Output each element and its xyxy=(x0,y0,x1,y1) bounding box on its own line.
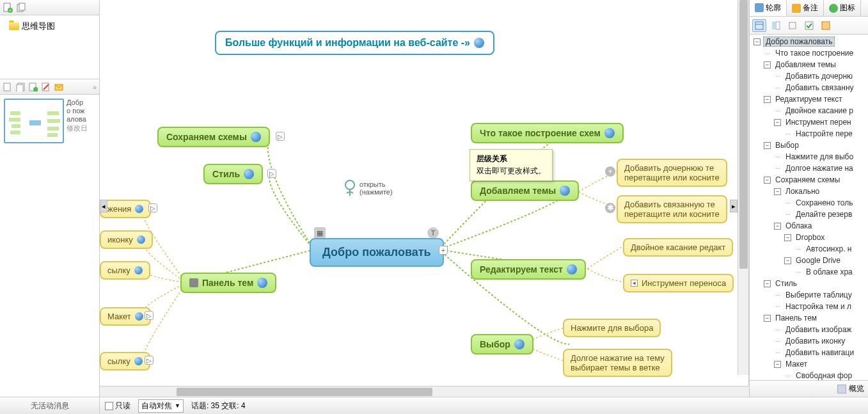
tab-notes[interactable]: 备注 xyxy=(787,0,824,16)
outline-label[interactable]: Добавить иконку xyxy=(784,337,847,346)
outline-row[interactable]: −Выбор xyxy=(750,139,868,151)
outline-row[interactable]: −Панель тем xyxy=(750,312,868,324)
outline-label[interactable]: Двойное касание р xyxy=(784,106,855,115)
node-yellow-3[interactable]: сылку xyxy=(100,261,150,280)
node-yellow-5[interactable]: сылку xyxy=(100,352,150,370)
new-doc-icon[interactable]: + xyxy=(3,3,13,13)
outline-row[interactable]: −Dropbox xyxy=(750,232,868,243)
node-long-press[interactable]: Долгое нажатие на темувыбирает темы в ве… xyxy=(563,349,672,377)
outline-label[interactable]: Добавляем темы xyxy=(773,60,838,69)
expand-save[interactable]: ▷ xyxy=(276,132,285,141)
outline-label[interactable]: Выберите таблицу xyxy=(784,291,854,299)
tree-toggle[interactable]: − xyxy=(764,142,771,149)
outline-row[interactable]: −Стиль xyxy=(750,278,868,289)
outline-row[interactable]: ⋯Свободная фор xyxy=(750,370,868,380)
outline-row[interactable]: ⋯Добавить дочерню xyxy=(750,70,868,82)
outline-label[interactable]: Автосинхр. н xyxy=(804,244,853,253)
outline-label[interactable]: Редактируем текст xyxy=(773,95,844,104)
outline-label[interactable]: Делайте резерв xyxy=(794,210,854,219)
outline-row[interactable]: ⋯Добавить иконку xyxy=(750,335,868,347)
outline-label[interactable]: Добавить навигаци xyxy=(784,348,856,357)
outline-label[interactable]: Выбор xyxy=(773,141,801,150)
outline-label[interactable]: Добавить изображ xyxy=(784,325,853,334)
tree-folder-mindmap[interactable]: 思维导图 xyxy=(3,19,97,33)
outline-row[interactable]: ⋯Настройка тем и л xyxy=(750,301,868,312)
thumb-tool-3[interactable] xyxy=(28,82,38,92)
copy-doc-icon[interactable] xyxy=(17,3,27,13)
outline-label[interactable]: Добавить связанну xyxy=(784,83,856,92)
node-panel[interactable]: Панель тем xyxy=(180,273,276,293)
outline-label[interactable]: Свободная фор xyxy=(794,371,854,380)
tree-toggle[interactable]: − xyxy=(764,96,771,103)
node-add-related[interactable]: ✱ Добавить связанную теперетащите или ко… xyxy=(617,195,727,223)
outline-row[interactable]: −Google Drive xyxy=(750,255,868,266)
center-node[interactable]: Добро пожаловать xyxy=(310,238,444,267)
outline-row[interactable]: ⋯Автосинхр. н xyxy=(750,243,868,255)
outline-label[interactable]: Настройка тем и л xyxy=(784,302,853,311)
outline-row[interactable]: ⋯Сохранено толь xyxy=(750,197,868,209)
tree-toggle[interactable]: − xyxy=(774,188,781,195)
outline-row[interactable]: ⋯Выберите таблицу xyxy=(750,289,868,301)
node-double-tap[interactable]: Двойное касание редакт xyxy=(623,238,733,257)
outline-label[interactable]: Google Drive xyxy=(794,256,842,265)
tab-outline[interactable]: 轮廓 xyxy=(750,0,787,16)
outline-label[interactable]: Что такое построение xyxy=(773,49,855,58)
node-save[interactable]: Сохраняем схемы xyxy=(157,127,270,147)
rtool-1[interactable] xyxy=(752,19,766,32)
node-style[interactable]: Стиль xyxy=(203,164,263,184)
thumb-tool-4[interactable] xyxy=(41,82,51,92)
rtool-4[interactable] xyxy=(802,19,816,32)
expand-style[interactable]: ▷ xyxy=(267,169,276,178)
outline-row[interactable]: −Макет xyxy=(750,358,868,370)
outline-row[interactable]: −Добро пожаловать xyxy=(750,36,868,47)
thumb-more[interactable]: » xyxy=(93,83,97,91)
banner-node[interactable]: Больше функций и информации на веб-сайте… xyxy=(215,31,494,55)
outline-row[interactable]: ⋯Что такое построение xyxy=(750,47,868,59)
canvas[interactable]: Больше функций и информации на веб-сайте… xyxy=(100,0,749,386)
node-edit-text[interactable]: Редактируем текст xyxy=(471,259,586,280)
expand-y4[interactable]: ▷ xyxy=(145,311,154,320)
tree-toggle[interactable]: − xyxy=(764,280,771,287)
tree-toggle[interactable]: − xyxy=(764,61,771,68)
tree-toggle[interactable]: − xyxy=(774,361,781,368)
readonly-checkbox[interactable]: 只读 xyxy=(105,401,130,411)
vertical-scrollbar[interactable] xyxy=(738,0,748,375)
outline-label[interactable]: Локально xyxy=(784,187,821,196)
canvas-left-arrow[interactable]: ◂ xyxy=(100,200,107,212)
attach-icon-left[interactable]: ▦ xyxy=(314,227,326,239)
rtool-2[interactable] xyxy=(769,19,783,32)
outline-label[interactable]: Dropbox xyxy=(794,233,826,242)
outline-row[interactable]: −Локально xyxy=(750,186,868,197)
autofocus-dropdown[interactable]: 自动对焦▼ xyxy=(138,399,184,413)
node-yellow-2[interactable]: иконку xyxy=(100,230,153,249)
tree-toggle[interactable]: − xyxy=(784,234,791,241)
canvas-right-arrow[interactable]: ▸ xyxy=(730,200,738,212)
tree-toggle[interactable]: − xyxy=(784,257,791,264)
node-add-child[interactable]: + Добавить дочернюю теперетащите или кос… xyxy=(617,159,727,187)
tree-toggle[interactable]: − xyxy=(754,38,761,45)
overview-label[interactable]: 概览 xyxy=(849,383,864,394)
outline-row[interactable]: ⋯Нажмите для выбо xyxy=(750,151,868,163)
outline-row[interactable]: −Редактируем текст xyxy=(750,93,868,105)
node-click-select[interactable]: Нажмите для выбора xyxy=(563,319,661,337)
outline-label[interactable]: Добавить дочерню xyxy=(784,72,855,81)
thumbnail-preview[interactable] xyxy=(4,99,64,143)
outline-label[interactable]: Стиль xyxy=(773,279,799,288)
tree-toggle[interactable]: − xyxy=(774,119,781,126)
tree-toggle[interactable]: − xyxy=(774,223,781,230)
outline-row[interactable]: −Облака xyxy=(750,220,868,232)
node-move-tool[interactable]: ◂ Инструмент переноса xyxy=(623,274,734,292)
outline-row[interactable]: −Инструмент перен xyxy=(750,116,868,128)
outline-label[interactable]: Сохранено толь xyxy=(794,198,855,207)
attach-icon-right[interactable]: T xyxy=(427,227,439,239)
rtool-3[interactable] xyxy=(785,19,800,32)
node-yellow-4[interactable]: Макет xyxy=(100,307,151,326)
outline-row[interactable]: ⋯Настройте пере xyxy=(750,128,868,139)
outline-label[interactable]: Панель тем xyxy=(773,314,819,322)
outline-row[interactable]: ⋯Добавить связанну xyxy=(750,82,868,93)
expand-y1[interactable]: ▷ xyxy=(148,203,157,212)
horizontal-scrollbar[interactable] xyxy=(100,386,749,397)
outline-label[interactable]: Нажмите для выбо xyxy=(784,152,855,161)
outline-row[interactable]: ⋯Добавить изображ xyxy=(750,324,868,335)
outline-row[interactable]: ⋯Двойное касание р xyxy=(750,105,868,116)
